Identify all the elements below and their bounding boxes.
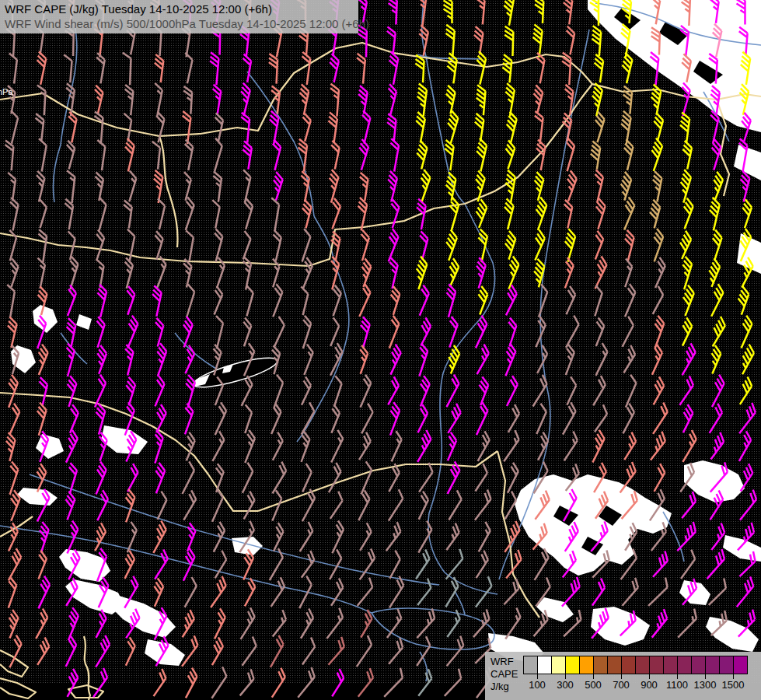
wind-barb xyxy=(675,343,698,375)
wind-barb xyxy=(2,404,22,434)
wind-barb xyxy=(529,345,550,373)
wind-barb xyxy=(120,200,133,228)
wind-barb xyxy=(89,86,104,114)
wind-barb xyxy=(617,284,637,317)
wind-barb xyxy=(120,316,140,348)
wind-barb xyxy=(1,375,19,408)
wind-barb xyxy=(440,284,457,317)
wind-barb xyxy=(32,199,48,228)
wind-barb xyxy=(471,199,489,228)
wind-barb xyxy=(236,636,260,665)
wind-barb xyxy=(675,404,695,432)
wind-barb xyxy=(323,430,345,463)
legend-color-box xyxy=(551,656,566,674)
legend-color-box xyxy=(621,656,636,674)
wind-barb xyxy=(534,0,544,23)
wind-barb xyxy=(239,285,255,317)
wind-barb xyxy=(119,345,134,376)
legend-color-box xyxy=(537,656,552,674)
wind-barb xyxy=(700,549,728,579)
wind-barb xyxy=(148,285,162,316)
wind-barb xyxy=(323,343,344,376)
wind-barb xyxy=(352,432,374,460)
wind-barb xyxy=(205,431,227,461)
wind-barb xyxy=(410,430,434,462)
wind-barb xyxy=(324,198,342,229)
wind-barb xyxy=(378,668,406,697)
wind-barb xyxy=(92,285,107,317)
wind-barb xyxy=(266,375,285,408)
wind-barb xyxy=(473,377,490,406)
wind-barb xyxy=(93,53,106,83)
wind-barb xyxy=(93,111,103,144)
wind-barb xyxy=(2,462,19,495)
wind-barb xyxy=(33,138,47,171)
wind-barb xyxy=(587,285,604,317)
wind-barb xyxy=(150,170,164,203)
wind-barb xyxy=(177,198,195,230)
legend-tick-label: 1500 xyxy=(722,679,745,691)
wind-barb xyxy=(178,668,200,698)
wind-barb xyxy=(61,141,76,170)
wind-barb xyxy=(177,345,197,373)
wind-barb xyxy=(472,51,487,84)
wind-barb xyxy=(385,51,399,84)
wind-barb xyxy=(703,284,725,317)
wind-barb xyxy=(470,345,491,375)
wind-barb xyxy=(525,375,550,407)
wind-barb xyxy=(177,172,193,201)
wind-barb xyxy=(414,0,427,26)
wind-barb xyxy=(351,284,372,317)
wind-barb xyxy=(150,492,169,520)
wind-barb xyxy=(36,86,46,116)
wind-barb xyxy=(702,404,724,433)
wind-barb xyxy=(325,285,343,317)
wind-barb xyxy=(204,667,229,698)
wind-barb xyxy=(414,141,429,170)
wind-barb xyxy=(208,551,229,579)
wind-barb xyxy=(532,111,544,144)
wind-barb xyxy=(350,635,375,667)
wind-barb xyxy=(266,523,285,551)
wind-barb xyxy=(672,609,700,638)
legend-title-unit: J/kg xyxy=(490,681,523,693)
wind-barb xyxy=(239,54,252,82)
legend-tick-label: 100 xyxy=(529,679,546,691)
wind-barb xyxy=(620,230,635,261)
wind-barb xyxy=(296,345,315,375)
wind-barb xyxy=(499,376,520,406)
wind-barb xyxy=(60,285,79,316)
wind-barb xyxy=(615,317,636,347)
wind-barb xyxy=(441,229,459,260)
wind-barb xyxy=(3,140,14,170)
wind-barb xyxy=(469,402,490,435)
wind-barb xyxy=(382,402,402,435)
legend-color-box xyxy=(719,656,734,674)
wind-barb xyxy=(468,490,494,520)
wind-barb xyxy=(529,172,545,201)
wind-barb xyxy=(63,318,77,346)
wind-barb xyxy=(674,231,693,259)
wind-barb xyxy=(294,376,313,404)
wind-barb xyxy=(207,608,228,639)
legend-tick-label: 700 xyxy=(613,679,630,691)
wind-barb xyxy=(588,231,606,260)
wind-barb xyxy=(559,376,578,404)
cape-white-areas xyxy=(11,0,761,666)
wind-barb xyxy=(619,139,634,170)
wind-barb xyxy=(59,344,75,376)
wind-barb xyxy=(411,521,435,553)
wind-barb xyxy=(385,286,401,315)
legend-color-box xyxy=(691,656,706,674)
wind-barb xyxy=(295,316,312,348)
wind-barb xyxy=(585,430,607,463)
wind-barb xyxy=(588,257,609,289)
legend-color-scale xyxy=(523,656,748,674)
wind-barb xyxy=(323,317,341,346)
wind-barb xyxy=(2,285,16,317)
wind-barb xyxy=(555,402,578,434)
wind-barb xyxy=(649,113,665,142)
wind-barb xyxy=(32,258,46,289)
legend-tick-label: 1300 xyxy=(694,679,717,691)
wind-barb xyxy=(267,198,280,230)
